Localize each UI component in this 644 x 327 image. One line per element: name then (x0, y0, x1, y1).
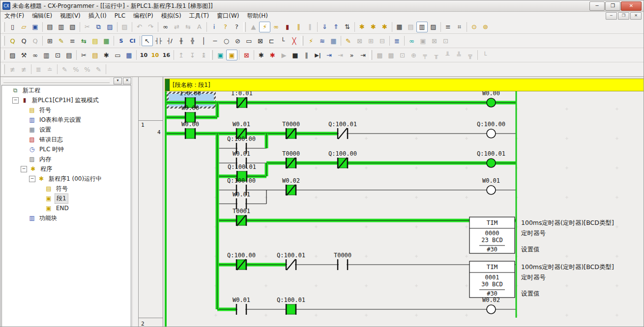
monitor-in-rung-icon[interactable]: ⇆ (78, 35, 89, 46)
nc-contact-T0001[interactable] (236, 215, 246, 226)
view-ladder-icon[interactable]: ▥ (416, 22, 428, 32)
dialog-view-icon[interactable]: ▭ (112, 50, 123, 60)
toolbar-handle[interactable] (2, 22, 5, 32)
sim-stop-icon[interactable]: ■ (290, 50, 301, 60)
work-online-icon[interactable]: ▣ (226, 50, 237, 60)
sim-pause-icon[interactable]: ‖ (301, 50, 312, 60)
menu-h[interactable]: 帮助(H) (243, 12, 272, 20)
view-io-table-icon[interactable]: ▦ (394, 22, 405, 32)
tree-item-section1[interactable]: ▣段1 (2, 193, 131, 203)
window-layout-icon[interactable]: ⊡ (52, 50, 63, 60)
show-rung-annotation-icon[interactable]: ≡ (67, 35, 78, 46)
context-help-icon[interactable]: ? (231, 22, 242, 32)
new-closed-contact-icon[interactable]: ┤/ (164, 35, 176, 46)
upload-from-plc-icon[interactable]: ⇑ (330, 22, 342, 32)
monitor-mode-icon[interactable]: ⚡ (259, 22, 270, 32)
online-warning-icon[interactable]: ▮ (282, 22, 293, 32)
new-plc-instruction-icon[interactable]: ⊏ (266, 35, 277, 46)
timer-chart-icon[interactable]: ▦ (328, 35, 339, 46)
menu-v[interactable]: 视图(V) (56, 12, 85, 20)
nc-contact-Q:100.01[interactable] (286, 259, 296, 270)
nc-contact-W0.02[interactable] (286, 185, 296, 195)
show-io-comment-icon[interactable]: S (116, 35, 127, 46)
toolbar-handle[interactable] (2, 50, 5, 60)
zoom-100-icon[interactable]: Q (18, 35, 29, 46)
horizontal-line-icon[interactable]: ─ (209, 35, 221, 46)
view-rung-wrap-icon[interactable]: ▨ (428, 22, 439, 32)
copy-icon[interactable]: ⧉ (93, 22, 104, 32)
online-edit-layers-icon[interactable]: ≋ (317, 35, 328, 46)
menu-plc[interactable]: PLC (111, 12, 129, 20)
menu-p[interactable]: 编程(P) (129, 12, 157, 20)
pause-monitor-icon[interactable]: ‖ (293, 22, 304, 32)
tree-item-symbols[interactable]: ▤符号 (2, 105, 131, 115)
menu-f[interactable]: 文件(F) (0, 12, 28, 20)
menu-t[interactable]: 工具(T) (185, 12, 213, 20)
coil-Q:100.01[interactable] (487, 159, 496, 167)
edit-comment-icon[interactable]: ✎ (56, 35, 67, 46)
restore-button[interactable]: ❐ (605, 1, 620, 11)
select-mode-icon[interactable]: ↖ (142, 35, 153, 46)
nc-contact-T0000[interactable] (286, 158, 296, 168)
new-instruction-not-icon[interactable]: ⊠ (255, 35, 266, 46)
work-online-simulator-icon[interactable]: ▣ (215, 50, 226, 60)
compile-program-icon[interactable]: ⚒ (18, 50, 29, 60)
toolbar-handle[interactable] (243, 22, 246, 32)
program-check-icon[interactable]: ✱ (368, 22, 379, 32)
new-instruction-icon[interactable]: ▭ (243, 35, 255, 46)
delete-line-icon[interactable]: ╳ (289, 35, 300, 46)
compare-with-plc-icon[interactable]: ⇅ (342, 22, 353, 32)
toolbar-handle[interactable] (210, 50, 213, 60)
coil-W0.00[interactable] (487, 98, 496, 107)
tree-item-program1-symbols[interactable]: ▤符号 (2, 184, 131, 193)
program-structure-icon[interactable]: ≣ (391, 35, 403, 46)
open-project-icon[interactable]: ▱ (18, 22, 29, 32)
save-project-icon[interactable]: ▣ (29, 22, 41, 32)
minimize-button[interactable]: ─ (589, 1, 605, 11)
monitor-find-icon[interactable]: ∞ (270, 22, 282, 32)
tree-expand-box[interactable]: − (29, 176, 35, 182)
tree-item-programs[interactable]: −✱程序 (2, 164, 131, 174)
toolbox-icon[interactable]: ▨ (7, 50, 18, 60)
monitor-power-flow-icon[interactable]: ⚡ (305, 35, 317, 46)
no-contact-T0000[interactable] (338, 259, 348, 270)
menu-e[interactable]: 编辑(E) (28, 12, 56, 20)
simulator-disconnect-icon[interactable]: ⊠ (241, 50, 252, 60)
no-contact-Q:100.01[interactable] (286, 304, 296, 315)
download-to-plc-icon[interactable]: ⇓ (319, 22, 330, 32)
sim-step-in-icon[interactable]: ⇥ (323, 50, 335, 60)
keyboard-mapping-icon[interactable]: ▦ (123, 50, 135, 60)
watch-window-icon[interactable]: ≡ (442, 22, 454, 32)
toolbar-handle[interactable] (370, 50, 372, 60)
workspace-menu-button[interactable]: ▾ (114, 78, 122, 84)
menu-i[interactable]: 插入(I) (85, 12, 111, 20)
release-protection-icon[interactable]: ⊚ (480, 22, 491, 32)
watch-hr-icon[interactable]: ∞ (406, 35, 417, 46)
vertical-line-icon[interactable]: │ (198, 35, 209, 46)
new-project-icon[interactable]: ▯ (7, 22, 18, 32)
sim-step-run-icon[interactable]: ▶| (312, 50, 323, 60)
properties-icon[interactable]: ▤ (63, 50, 75, 60)
tree-item-plc-clock[interactable]: ◷PLC 时钟 (2, 144, 131, 154)
partial-transfer-icon[interactable]: ✱ (356, 22, 368, 32)
close-button[interactable]: ✕ (621, 1, 642, 11)
nc-contact-T0000[interactable] (286, 128, 296, 139)
mdi-minimize-button[interactable]: ─ (606, 12, 617, 20)
sim-scan-run-icon[interactable]: ⇥ (357, 50, 369, 60)
monitor-hex-icon[interactable]: 16 (161, 50, 172, 60)
about-icon[interactable]: i (208, 22, 220, 32)
symbol-bar-icon[interactable]: ▤ (89, 35, 101, 46)
page-setup-icon[interactable]: ▤ (44, 22, 56, 32)
debug-stop-icon[interactable]: ✱ (267, 50, 278, 60)
nc-contact-I:0.01[interactable] (237, 97, 247, 108)
workspace-close-button[interactable]: ✕ (123, 78, 131, 84)
print-preview-icon[interactable]: ▧ (67, 22, 78, 32)
online-edit-begin-icon[interactable]: ✎ (343, 35, 354, 46)
debug-run-icon[interactable]: ✱ (256, 50, 267, 60)
split-window-icon[interactable]: ✂ (78, 50, 89, 60)
set-protection-icon[interactable]: ⊙ (468, 22, 480, 32)
tree-item-settings[interactable]: ▦设置 (2, 125, 131, 135)
tree-expand-box[interactable]: − (21, 166, 27, 172)
tree-item-plc-device[interactable]: −▮新PLC1[CP1H] 监视模式 (2, 95, 131, 105)
help-topics-icon[interactable]: ? (220, 22, 231, 32)
